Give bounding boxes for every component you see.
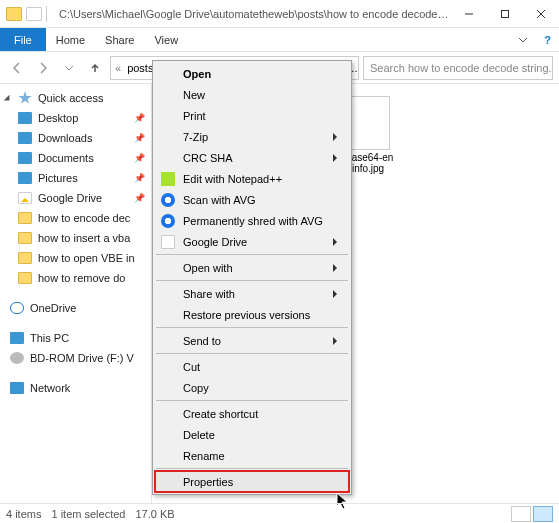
menu-item-share-with[interactable]: Share with [155, 283, 349, 304]
tab-share[interactable]: Share [95, 28, 144, 51]
sidebar-item-downloads[interactable]: Downloads 📌 [0, 128, 151, 148]
sidebar-item-label: how to remove do [38, 272, 125, 284]
window-title: C:\Users\Michael\Google Drive\automateth… [53, 8, 451, 20]
menu-item-avg-scan[interactable]: Scan with AVG [155, 189, 349, 210]
minimize-button[interactable] [451, 0, 487, 28]
menu-item-notepadpp[interactable]: Edit with Notepad++ [155, 168, 349, 189]
help-icon[interactable]: ? [536, 28, 559, 51]
star-icon [18, 91, 32, 105]
menu-item-cut[interactable]: Cut [155, 356, 349, 377]
notepadpp-icon [161, 172, 175, 186]
context-menu: Open New Print 7-Zip CRC SHA Edit with N… [152, 60, 352, 495]
thumbnail-view-button[interactable] [533, 506, 553, 522]
menu-item-crc-sha[interactable]: CRC SHA [155, 147, 349, 168]
sidebar-item-documents[interactable]: Documents 📌 [0, 148, 151, 168]
sidebar-onedrive[interactable]: OneDrive [0, 298, 151, 318]
ribbon-tabs: File Home Share View ? [0, 28, 559, 52]
google-drive-icon [161, 235, 175, 249]
sidebar-item-folder[interactable]: how to insert a vba [0, 228, 151, 248]
sidebar-item-label: how to insert a vba [38, 232, 130, 244]
submenu-arrow-icon [333, 133, 341, 141]
nav-forward-button[interactable] [32, 57, 54, 79]
nav-back-button[interactable] [6, 57, 28, 79]
sidebar-item-label: Google Drive [38, 192, 102, 204]
menu-item-print[interactable]: Print [155, 105, 349, 126]
sidebar-item-label: how to open VBE in [38, 252, 135, 264]
nav-up-button[interactable] [84, 57, 106, 79]
window-controls [451, 0, 559, 28]
tab-file[interactable]: File [0, 28, 46, 51]
navigation-pane: Quick access Desktop 📌 Downloads 📌 Docum… [0, 84, 152, 503]
sidebar-this-pc[interactable]: This PC [0, 328, 151, 348]
menu-item-restore[interactable]: Restore previous versions [155, 304, 349, 325]
sidebar-item-folder[interactable]: how to encode dec [0, 208, 151, 228]
folder-icon[interactable] [26, 7, 42, 21]
menu-item-delete[interactable]: Delete [155, 424, 349, 445]
close-button[interactable] [523, 0, 559, 28]
title-bar: C:\Users\Michael\Google Drive\automateth… [0, 0, 559, 28]
sidebar-item-label: Network [30, 382, 70, 394]
sidebar-item-label: Pictures [38, 172, 78, 184]
status-bar: 4 items 1 item selected 17.0 KB [0, 503, 559, 523]
ribbon-expand-icon[interactable] [510, 28, 536, 51]
sidebar-item-folder[interactable]: how to remove do [0, 268, 151, 288]
menu-item-google-drive[interactable]: Google Drive [155, 231, 349, 252]
pin-icon: 📌 [134, 153, 145, 163]
menu-item-copy[interactable]: Copy [155, 377, 349, 398]
disc-icon [10, 352, 24, 364]
menu-item-create-shortcut[interactable]: Create shortcut [155, 403, 349, 424]
menu-item-properties[interactable]: Properties [155, 471, 349, 492]
sidebar-item-label: Downloads [38, 132, 92, 144]
sidebar-item-folder[interactable]: how to open VBE in [0, 248, 151, 268]
svg-rect-1 [502, 10, 509, 17]
search-placeholder: Search how to encode decode string... [370, 62, 553, 74]
folder-icon [18, 212, 32, 224]
menu-separator [156, 400, 348, 401]
menu-item-new[interactable]: New [155, 84, 349, 105]
sidebar-item-google-drive[interactable]: Google Drive 📌 [0, 188, 151, 208]
submenu-arrow-icon [333, 154, 341, 162]
avg-icon [161, 193, 175, 207]
tab-home[interactable]: Home [46, 28, 95, 51]
status-selected-count: 1 item selected [51, 508, 125, 520]
status-size: 17.0 KB [135, 508, 174, 520]
sidebar-bdrom[interactable]: BD-ROM Drive (F:) V [0, 348, 151, 368]
sidebar-item-label: how to encode dec [38, 212, 130, 224]
folder-icon [18, 232, 32, 244]
pictures-icon [18, 172, 32, 184]
details-view-button[interactable] [511, 506, 531, 522]
pin-icon: 📌 [134, 173, 145, 183]
quick-access-toolbar [0, 6, 53, 22]
search-input[interactable]: Search how to encode decode string... [363, 56, 553, 80]
folder-icon [18, 252, 32, 264]
sidebar-quick-access[interactable]: Quick access [0, 88, 151, 108]
maximize-button[interactable] [487, 0, 523, 28]
chevron-left-icon[interactable]: « [113, 62, 123, 74]
menu-item-open-with[interactable]: Open with [155, 257, 349, 278]
avg-icon [161, 214, 175, 228]
menu-separator [156, 353, 348, 354]
google-drive-icon [18, 192, 32, 204]
folder-icon[interactable] [6, 7, 22, 21]
menu-separator [156, 254, 348, 255]
computer-icon [10, 332, 24, 344]
sidebar-item-label: Documents [38, 152, 94, 164]
tab-view[interactable]: View [144, 28, 188, 51]
onedrive-icon [10, 302, 24, 314]
sidebar-item-label: This PC [30, 332, 69, 344]
menu-item-open[interactable]: Open [155, 63, 349, 84]
menu-item-7zip[interactable]: 7-Zip [155, 126, 349, 147]
view-mode-buttons [511, 506, 553, 522]
menu-separator [156, 468, 348, 469]
desktop-icon [18, 112, 32, 124]
sidebar-item-label: OneDrive [30, 302, 76, 314]
folder-icon [18, 272, 32, 284]
menu-item-send-to[interactable]: Send to [155, 330, 349, 351]
menu-item-rename[interactable]: Rename [155, 445, 349, 466]
pin-icon: 📌 [134, 133, 145, 143]
sidebar-network[interactable]: Network [0, 378, 151, 398]
sidebar-item-desktop[interactable]: Desktop 📌 [0, 108, 151, 128]
sidebar-item-pictures[interactable]: Pictures 📌 [0, 168, 151, 188]
menu-item-avg-shred[interactable]: Permanently shred with AVG [155, 210, 349, 231]
nav-recent-button[interactable] [58, 57, 80, 79]
